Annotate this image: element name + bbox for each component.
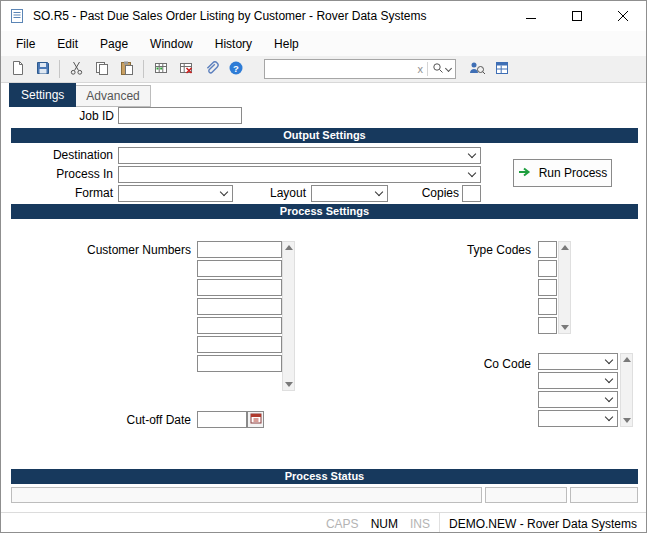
cutoff-date-input[interactable]: [198, 412, 246, 427]
tab-settings[interactable]: Settings: [9, 83, 76, 107]
menubar: File Edit Page Window History Help: [1, 31, 646, 56]
scroll-up-icon[interactable]: [623, 357, 631, 362]
toolbar-search: x: [264, 59, 456, 79]
attachment-button[interactable]: [198, 58, 223, 80]
customer-number-field[interactable]: [197, 260, 282, 277]
format-select[interactable]: [118, 185, 233, 202]
type-code-field[interactable]: [538, 260, 557, 277]
menu-help[interactable]: Help: [263, 33, 310, 55]
save-icon: [35, 60, 51, 79]
run-process-button[interactable]: Run Process: [513, 159, 612, 187]
copy-button[interactable]: [89, 58, 114, 80]
co-code-select[interactable]: [538, 372, 618, 389]
co-code-select[interactable]: [538, 391, 618, 408]
co-code-label: Co Code: [401, 357, 531, 372]
keylock-indicators: CAPS NUM INS: [317, 513, 439, 533]
grid-insert-icon: [153, 60, 169, 79]
copies-label: Copies: [391, 186, 459, 201]
process-settings-header: Process Settings: [11, 204, 638, 219]
menu-window[interactable]: Window: [139, 33, 204, 55]
chevron-down-icon: [605, 356, 613, 364]
cutoff-date-label: Cut-off Date: [11, 413, 191, 428]
chevron-down-icon: [605, 394, 613, 402]
customer-numbers-scrollbar[interactable]: [282, 241, 295, 391]
type-code-field[interactable]: [538, 317, 557, 334]
menu-page[interactable]: Page: [89, 33, 139, 55]
process-status-header: Process Status: [11, 469, 638, 484]
menu-file[interactable]: File: [5, 33, 46, 55]
table-button[interactable]: [489, 58, 514, 80]
layout-select[interactable]: [311, 185, 388, 202]
co-code-select[interactable]: [538, 353, 618, 370]
minimize-button[interactable]: [508, 1, 554, 31]
search-button[interactable]: [428, 62, 455, 77]
menu-history[interactable]: History: [204, 33, 263, 55]
type-code-field[interactable]: [538, 241, 557, 258]
calendar-button[interactable]: [247, 411, 264, 428]
tab-advanced[interactable]: Advanced: [76, 85, 150, 107]
grid-insert-button[interactable]: [148, 58, 173, 80]
type-codes-label: Type Codes: [401, 243, 531, 258]
cut-button[interactable]: [64, 58, 89, 80]
type-code-field[interactable]: [538, 279, 557, 296]
search-input[interactable]: [265, 61, 414, 77]
customer-number-field[interactable]: [197, 355, 282, 372]
statusbar: CAPS NUM INS DEMO.NEW - Rover Data Syste…: [1, 512, 646, 533]
chevron-down-icon: [468, 150, 476, 158]
help-button[interactable]: ?: [223, 58, 248, 80]
maximize-button[interactable]: [554, 1, 600, 31]
scroll-up-icon[interactable]: [285, 245, 293, 250]
job-id-field[interactable]: [118, 107, 242, 124]
customer-number-field[interactable]: [197, 241, 282, 258]
job-id-input[interactable]: [119, 108, 241, 123]
customer-number-field[interactable]: [197, 279, 282, 296]
scroll-down-icon[interactable]: [561, 325, 569, 330]
scroll-down-icon[interactable]: [623, 418, 631, 423]
type-codes-scrollbar[interactable]: [558, 241, 571, 334]
destination-label: Destination: [11, 148, 113, 163]
grid-delete-icon: [178, 60, 194, 79]
close-button[interactable]: [600, 1, 646, 31]
clear-search-icon[interactable]: x: [414, 63, 428, 75]
new-document-button[interactable]: [5, 58, 30, 80]
output-settings-header: Output Settings: [11, 128, 638, 143]
person-search-icon: [468, 60, 486, 79]
destination-select[interactable]: [118, 147, 481, 164]
menu-edit[interactable]: Edit: [46, 33, 89, 55]
customer-numbers-label: Customer Numbers: [11, 243, 191, 258]
customer-number-field[interactable]: [197, 298, 282, 315]
chevron-down-icon: [605, 413, 613, 421]
save-button[interactable]: [30, 58, 55, 80]
cutoff-date-field[interactable]: [197, 411, 247, 428]
grid-delete-button[interactable]: [173, 58, 198, 80]
process-in-select[interactable]: [118, 166, 481, 183]
calendar-icon: [250, 412, 262, 427]
person-search-button[interactable]: [464, 58, 489, 80]
type-code-field[interactable]: [538, 298, 557, 315]
paste-button[interactable]: [114, 58, 139, 80]
scroll-down-icon[interactable]: [285, 382, 293, 387]
co-code-scrollbar[interactable]: [620, 353, 633, 427]
paste-icon: [119, 60, 135, 79]
toolbar-separator: [143, 60, 144, 78]
copy-icon: [94, 60, 110, 79]
new-document-icon: [10, 60, 26, 79]
scroll-up-icon[interactable]: [561, 245, 569, 250]
window-title: SO.R5 - Past Due Sales Order Listing by …: [33, 9, 426, 23]
chevron-down-icon: [445, 64, 452, 71]
process-status-message: [11, 487, 482, 503]
customer-number-field[interactable]: [197, 336, 282, 353]
copies-field[interactable]: [462, 185, 481, 202]
app-icon: [9, 8, 25, 24]
customer-number-field[interactable]: [197, 317, 282, 334]
co-code-select[interactable]: [538, 410, 618, 427]
num-indicator: NUM: [371, 517, 398, 531]
app-window: SO.R5 - Past Due Sales Order Listing by …: [0, 0, 647, 533]
toolbar-separator: [59, 60, 60, 78]
cut-icon: [69, 60, 85, 79]
search-icon: [432, 62, 444, 77]
attachment-icon: [203, 60, 219, 79]
run-arrow-icon: [518, 166, 532, 181]
copies-input[interactable]: [463, 186, 480, 201]
chevron-down-icon: [375, 188, 383, 196]
